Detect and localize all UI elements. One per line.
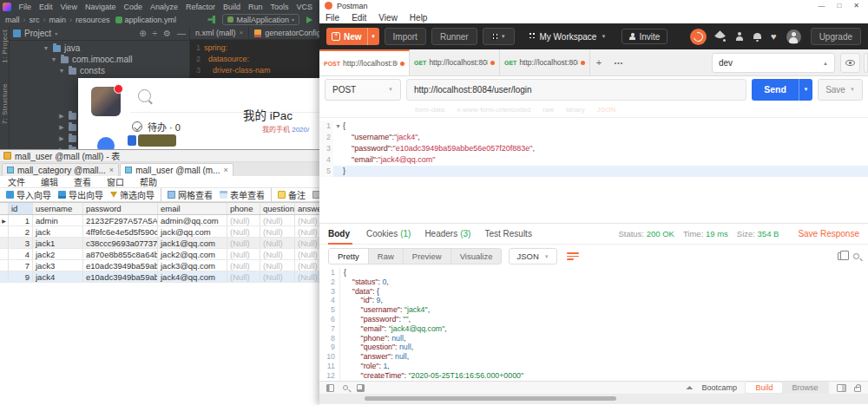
- yaml-code-editor[interactable]: 1spring:2 datasource:3 driver-class-nam: [190, 40, 319, 76]
- cell-username[interactable]: jack4: [33, 271, 83, 282]
- cell-phone[interactable]: (Null): [227, 249, 260, 259]
- cell-phone[interactable]: (Null): [227, 260, 260, 271]
- cell-answer[interactable]: (Null): [295, 260, 319, 271]
- environment-preview-button[interactable]: [840, 53, 860, 73]
- navicat-toolbar-button[interactable]: 导入向导: [3, 188, 55, 201]
- hide-panel-icon[interactable]: —: [177, 29, 186, 38]
- cell-question[interactable]: (Null): [260, 215, 295, 225]
- scrollbar-thumb[interactable]: [365, 396, 616, 401]
- breadcrumb-item[interactable]: resources: [66, 16, 110, 24]
- cell-password[interactable]: c38ccc9693a077376: [83, 238, 158, 248]
- tree-arrow-icon[interactable]: ▼: [58, 68, 65, 74]
- method-select[interactable]: POST▼: [325, 79, 401, 101]
- workspace-switcher[interactable]: My Workspace ▼: [528, 32, 606, 42]
- close-button[interactable]: ✕: [853, 2, 859, 10]
- response-view-option[interactable]: Preview: [404, 249, 451, 264]
- cell-username[interactable]: jack1: [33, 238, 83, 248]
- tab-options-button[interactable]: •••: [608, 49, 630, 75]
- cell-answer[interactable]: (Null): [295, 226, 319, 237]
- navicat-toolbar-button[interactable]: 备注: [271, 188, 309, 201]
- two-pane-icon[interactable]: [837, 384, 846, 392]
- column-header-username[interactable]: username: [33, 203, 83, 214]
- response-tab[interactable]: Body: [328, 223, 352, 245]
- new-dropdown[interactable]: ▼: [367, 28, 379, 45]
- api-network-icon[interactable]: [716, 32, 726, 42]
- cell-id[interactable]: 1: [9, 215, 33, 225]
- send-button[interactable]: Send▼: [752, 79, 812, 101]
- close-tab-icon[interactable]: ×: [224, 166, 228, 174]
- intellij-menu-item[interactable]: Code: [120, 3, 147, 11]
- sidebar-toggle-icon[interactable]: [326, 384, 334, 392]
- save-button[interactable]: Save▼: [818, 79, 863, 101]
- navicat-menu-item[interactable]: 文件: [0, 175, 33, 188]
- cell-password[interactable]: e10adc3949ba59abb: [83, 260, 158, 271]
- environment-select[interactable]: dev ▲: [712, 53, 835, 73]
- cell-email[interactable]: jack4@qq.com: [158, 271, 227, 282]
- cell-phone[interactable]: (Null): [227, 226, 260, 237]
- cell-email[interactable]: jack2@qq.com: [158, 249, 227, 259]
- build-hammer-icon[interactable]: [207, 16, 215, 23]
- notifications-bell-icon[interactable]: [753, 32, 761, 41]
- run-configuration-select[interactable]: MallApplication▾: [222, 14, 299, 25]
- project-tree-item[interactable]: ▼ com.imooc.mall: [10, 54, 189, 65]
- body-type-option[interactable]: x-www-form-urlencoded: [457, 106, 530, 114]
- sync-status-icon[interactable]: [690, 29, 707, 45]
- request-tab[interactable]: GET http://localhost:8084/cate...: [500, 49, 590, 75]
- table-row[interactable]: 3 jack1 c38ccc9693a077376 jack1@qq.com (…: [0, 238, 319, 249]
- upgrade-button[interactable]: Upgrade: [811, 28, 861, 45]
- column-header-question[interactable]: question: [260, 203, 295, 214]
- copy-icon[interactable]: [838, 252, 845, 260]
- request-tab[interactable]: POST http://localhost:8080/us...: [319, 49, 410, 75]
- cell-question[interactable]: (Null): [260, 238, 295, 248]
- search-response-icon[interactable]: [853, 253, 859, 259]
- import-button[interactable]: Import: [385, 28, 426, 45]
- cell-username[interactable]: jack: [33, 226, 83, 237]
- cell-password[interactable]: e10adc3949ba59abb: [83, 271, 158, 282]
- project-tree-item[interactable]: ▼ java: [10, 42, 189, 54]
- navicat-table-tab[interactable]: mall_category @mall... ×: [2, 163, 119, 176]
- environment-settings-button[interactable]: [864, 53, 868, 73]
- cell-username[interactable]: jack3: [33, 260, 83, 271]
- cell-id[interactable]: 4: [9, 249, 33, 259]
- cell-answer[interactable]: (Null): [295, 215, 319, 225]
- reports-icon[interactable]: [735, 32, 744, 41]
- build-tab[interactable]: Build: [746, 382, 782, 393]
- cell-email[interactable]: jack3@qq.com: [158, 260, 227, 271]
- body-type-option[interactable]: binary: [566, 106, 585, 114]
- cell-question[interactable]: (Null): [260, 271, 295, 282]
- cell-id[interactable]: 2: [9, 226, 33, 237]
- bootcamp-button[interactable]: Bootcamp: [701, 383, 737, 392]
- cell-id[interactable]: 3: [9, 238, 33, 248]
- response-view-option[interactable]: Pretty: [329, 249, 369, 264]
- table-row[interactable]: 9 jack4 e10adc3949ba59abb jack4@qq.com (…: [0, 271, 319, 283]
- cell-password[interactable]: 21232F297A57A5A7: [83, 215, 158, 225]
- runner-button[interactable]: Runner: [431, 28, 477, 45]
- table-row[interactable]: 4 jack2 a870e8b855c8a64bx jack2@qq.com (…: [0, 249, 319, 260]
- tree-arrow-icon[interactable]: ▼: [43, 45, 49, 51]
- navicat-menu-item[interactable]: 编辑: [33, 175, 66, 188]
- column-header-phone[interactable]: phone: [227, 203, 260, 214]
- console-icon[interactable]: [357, 384, 365, 392]
- navicat-toolbar-button[interactable]: 表单查看: [216, 188, 268, 201]
- account-avatar[interactable]: [786, 29, 801, 44]
- cell-answer[interactable]: (Null): [295, 249, 319, 259]
- tool-window-project[interactable]: 1: Project: [1, 29, 9, 63]
- invite-button[interactable]: Invite: [621, 29, 667, 44]
- navicat-toolbar-button[interactable]: 导出向导: [55, 188, 107, 201]
- cell-username[interactable]: admin: [33, 215, 83, 225]
- intellij-menu-item[interactable]: View: [56, 3, 81, 11]
- project-panel-title[interactable]: Project: [24, 29, 51, 38]
- intellij-menu-item[interactable]: VCS: [293, 3, 317, 11]
- column-header-password[interactable]: password: [83, 203, 158, 214]
- column-header-answer[interactable]: answer: [295, 203, 319, 214]
- table-row[interactable]: ▶ 1 admin 21232F297A57A5A7 admin@qq.com …: [0, 215, 319, 226]
- cell-phone[interactable]: (Null): [227, 215, 260, 225]
- locate-file-icon[interactable]: ⊕: [139, 29, 146, 38]
- wrap-lines-button[interactable]: [564, 249, 582, 265]
- response-tab[interactable]: Cookies (1): [366, 223, 411, 245]
- cell-question[interactable]: (Null): [260, 249, 295, 259]
- user-avatar[interactable]: [91, 87, 121, 116]
- new-tab-button[interactable]: +: [590, 49, 608, 75]
- body-type-option[interactable]: raw: [542, 106, 554, 114]
- tool-window-structure[interactable]: 7: Structure: [1, 83, 9, 124]
